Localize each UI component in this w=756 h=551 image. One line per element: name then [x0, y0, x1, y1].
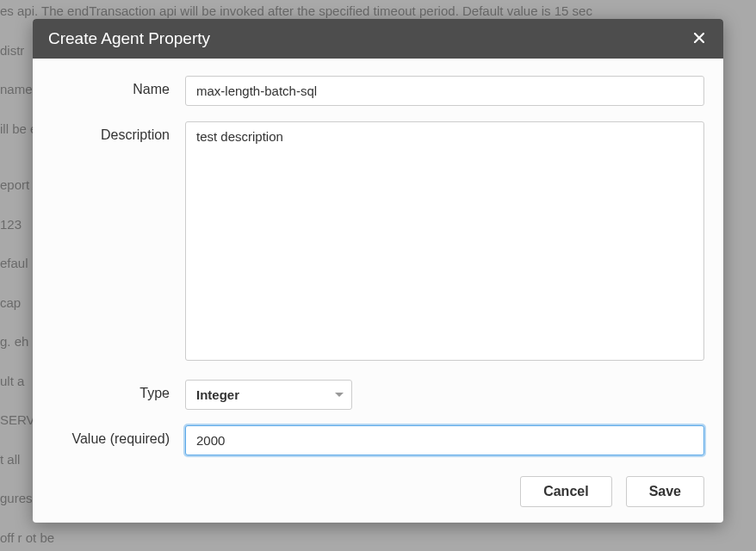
modal-header: Create Agent Property	[33, 19, 723, 59]
value-row: Value (required)	[52, 425, 704, 455]
create-agent-property-modal: Create Agent Property Name Description T…	[33, 19, 723, 523]
name-label: Name	[52, 76, 185, 97]
description-label: Description	[52, 121, 185, 143]
modal-body: Name Description Type Integer	[33, 59, 723, 523]
type-row: Type Integer	[52, 380, 704, 410]
close-button[interactable]	[691, 29, 708, 48]
name-input[interactable]	[185, 76, 704, 106]
value-input[interactable]	[185, 425, 704, 455]
description-textarea[interactable]	[185, 121, 704, 361]
save-button[interactable]: Save	[626, 476, 704, 507]
modal-title: Create Agent Property	[48, 29, 210, 48]
modal-footer: Cancel Save	[52, 471, 704, 507]
name-row: Name	[52, 76, 704, 106]
type-select[interactable]: Integer	[185, 380, 352, 410]
description-row: Description	[52, 121, 704, 364]
type-label: Type	[52, 380, 185, 401]
close-icon	[694, 31, 704, 46]
cancel-button[interactable]: Cancel	[520, 476, 611, 507]
value-label: Value (required)	[52, 425, 185, 447]
